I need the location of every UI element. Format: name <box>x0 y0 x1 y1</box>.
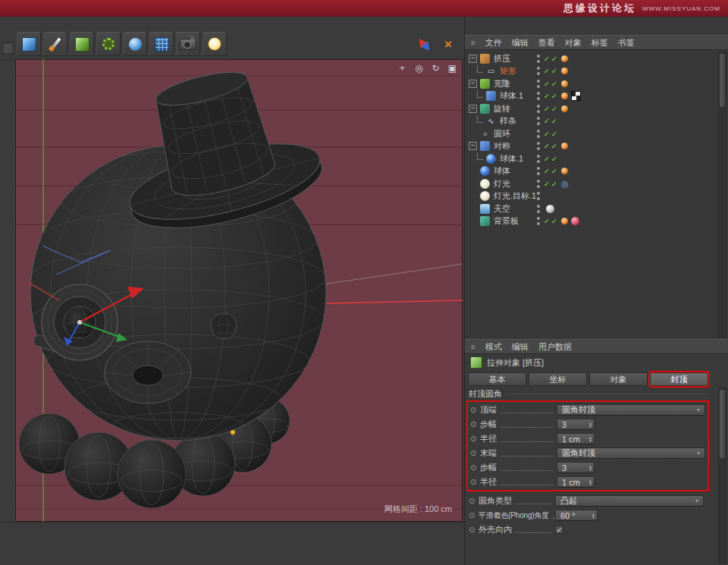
anim-dot-icon[interactable]: ⊙ <box>469 511 479 519</box>
collapse-icon[interactable]: − <box>469 105 477 113</box>
attribute-scrollbar[interactable] <box>718 388 726 563</box>
enable-check-icon[interactable]: ✓ <box>551 155 558 163</box>
visibility-dots[interactable] <box>537 155 540 163</box>
object-row-rectangle[interactable]: ▭矩形 ✓✓ <box>465 65 728 78</box>
enable-check-icon[interactable]: ✓ <box>543 130 551 138</box>
enable-check-icon[interactable]: ✓ <box>543 105 551 113</box>
om-menu-view[interactable]: 查看 <box>538 37 555 49</box>
enable-check-icon[interactable]: ✓ <box>543 217 551 225</box>
object-row-sphere1[interactable]: 球体.1 ✓✓ <box>465 90 728 103</box>
steps2-spinner[interactable]: 3▴▾ <box>557 462 595 473</box>
extrude-tool-button[interactable] <box>70 32 94 56</box>
enable-check-icon[interactable]: ✓ <box>551 105 558 113</box>
generator-tag-icon[interactable] <box>561 55 568 62</box>
object-row-symmetry[interactable]: −对称 ✓✓ <box>465 140 728 153</box>
enable-check-icon[interactable]: ✓ <box>551 80 558 88</box>
generator-tag-icon[interactable] <box>561 168 568 174</box>
collapse-icon[interactable]: − <box>469 142 477 150</box>
metaball-tool-button[interactable] <box>123 32 147 56</box>
enable-check-icon[interactable]: ✓ <box>543 167 551 175</box>
white-material-thumb[interactable] <box>546 205 554 213</box>
object-row-circle[interactable]: ○圆环 ✓✓ <box>465 127 728 140</box>
visibility-dots[interactable] <box>537 192 540 200</box>
array-tool-button[interactable] <box>149 32 174 56</box>
object-row-sky[interactable]: 天空 <box>465 202 728 215</box>
enable-check-icon[interactable]: ✓ <box>551 142 558 150</box>
generator-tag-icon[interactable] <box>561 143 568 149</box>
end-cap-dropdown[interactable]: 圆角封顶▾ <box>557 447 705 459</box>
generator-tag-icon[interactable] <box>561 93 568 99</box>
enable-check-icon[interactable]: ✓ <box>551 92 558 100</box>
anim-dot-icon[interactable]: ⊙ <box>470 449 480 457</box>
red-material-thumb[interactable] <box>571 217 579 225</box>
enable-check-icon[interactable]: ✓ <box>543 155 551 163</box>
object-row-light[interactable]: 灯光 ✓✓◎ <box>465 177 728 190</box>
enable-check-icon[interactable]: ✓ <box>551 67 558 75</box>
enable-check-icon[interactable]: ✓ <box>551 130 558 138</box>
enable-check-icon[interactable]: ✓ <box>543 80 551 88</box>
enable-check-icon[interactable]: ✓ <box>543 117 551 125</box>
rotate-icon[interactable]: ↻ <box>430 63 441 74</box>
object-list-scrollbar[interactable] <box>718 52 726 337</box>
enable-check-icon[interactable]: ✓ <box>551 55 558 63</box>
radius2-spinner[interactable]: 1 cm▴▾ <box>557 476 595 488</box>
object-row-light-target[interactable]: 灯光.目标.1 <box>465 190 728 203</box>
tab-coordinates[interactable]: 坐标 <box>529 372 587 386</box>
generator-tag-icon[interactable] <box>561 218 568 224</box>
enable-check-icon[interactable]: ✓ <box>551 117 558 125</box>
visibility-dots[interactable] <box>537 205 540 213</box>
enable-check-icon[interactable]: ✓ <box>543 92 551 100</box>
target-tag-icon[interactable]: ◎ <box>561 179 569 189</box>
enable-check-icon[interactable]: ✓ <box>543 180 551 188</box>
visibility-dots[interactable] <box>537 217 540 225</box>
om-menu-tags[interactable]: 标签 <box>592 37 608 49</box>
spin-down-icon[interactable]: ▾ <box>589 439 592 442</box>
object-row-sphere1b[interactable]: 球体.1 ✓✓ <box>465 152 728 165</box>
start-cap-dropdown[interactable]: 圆角封顶▾ <box>557 404 705 416</box>
radius-spinner[interactable]: 1 cm▴▾ <box>557 433 595 444</box>
spin-down-icon[interactable]: ▾ <box>589 482 592 485</box>
anim-dot-icon[interactable]: ⊙ <box>469 526 479 534</box>
axes-toggle-button[interactable] <box>414 35 434 55</box>
generator-tag-icon[interactable] <box>561 105 568 112</box>
om-menu-object[interactable]: 对象 <box>565 37 582 49</box>
visibility-dots[interactable] <box>537 180 540 188</box>
enable-check-icon[interactable]: ✓ <box>543 142 551 150</box>
object-row-lathe[interactable]: −旋转 ✓✓ <box>465 102 728 115</box>
generator-tool-button[interactable] <box>96 32 121 56</box>
scroll-thumb[interactable] <box>720 390 725 458</box>
anim-dot-icon[interactable]: ⊙ <box>470 406 480 414</box>
object-row-background[interactable]: 背景板 ✓✓ <box>465 215 728 228</box>
enable-check-icon[interactable]: ✓ <box>551 217 558 225</box>
om-menu-file[interactable]: 文件 <box>485 37 502 49</box>
visibility-dots[interactable] <box>537 67 540 75</box>
enable-check-icon[interactable]: ✓ <box>551 167 558 175</box>
light-tool-button[interactable] <box>202 32 227 56</box>
object-row-extrude[interactable]: −挤压 ✓✓ <box>465 52 728 65</box>
zoom-icon[interactable]: ◎ <box>413 63 425 74</box>
am-menu-userdata[interactable]: 用户数据 <box>538 341 572 353</box>
tab-caps[interactable]: 封顶 <box>650 372 708 386</box>
anim-dot-icon[interactable]: ⊙ <box>470 420 480 428</box>
steps-spinner[interactable]: 3▴▾ <box>557 419 595 430</box>
spin-down-icon[interactable]: ▾ <box>589 425 592 428</box>
anim-dot-icon[interactable]: ⊙ <box>469 497 479 505</box>
collapse-icon[interactable]: − <box>469 80 477 88</box>
cancel-button[interactable]: × <box>438 35 458 55</box>
object-row-spline[interactable]: ∿样条 ✓✓ <box>465 115 728 128</box>
visibility-dots[interactable] <box>537 105 540 113</box>
maximize-icon[interactable]: ▣ <box>447 63 458 74</box>
add-cube-tool-button[interactable] <box>17 32 41 56</box>
visibility-dots[interactable] <box>537 92 540 100</box>
fillet-type-dropdown[interactable]: 凸起▾ <box>555 495 704 507</box>
visibility-dots[interactable] <box>537 117 540 125</box>
visibility-dots[interactable] <box>537 167 540 175</box>
generator-tag-icon[interactable] <box>561 67 568 74</box>
anim-dot-icon[interactable]: ⊙ <box>470 478 480 486</box>
enable-check-icon[interactable]: ✓ <box>543 55 551 63</box>
am-menu-edit[interactable]: 编辑 <box>512 341 529 353</box>
tab-basic[interactable]: 基本 <box>468 372 526 386</box>
anim-dot-icon[interactable]: ⊙ <box>470 463 480 472</box>
knife-tool-button[interactable] <box>43 32 67 56</box>
am-menu-mode[interactable]: 模式 <box>485 341 502 353</box>
